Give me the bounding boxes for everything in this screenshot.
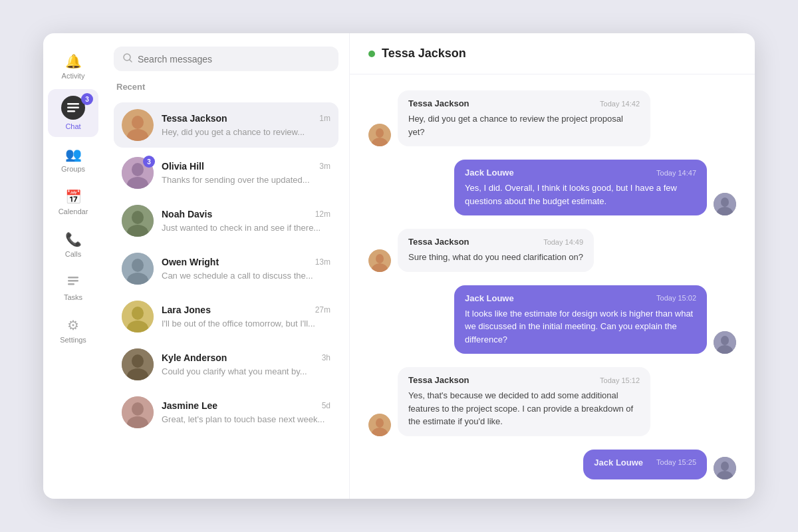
svg-rect-3 bbox=[68, 280, 78, 282]
search-input[interactable] bbox=[138, 54, 329, 65]
sidebar-item-tasks[interactable]: Tasks bbox=[48, 267, 98, 308]
message-bubble-m3: Tessa Jackson Today 14:49 Sure thing, wh… bbox=[398, 229, 594, 272]
bubble-text-m5: Yes, that's because we decided to add so… bbox=[408, 390, 633, 426]
svg-point-45 bbox=[721, 462, 729, 471]
bubble-header-m2: Jack Louwe Today 14:47 bbox=[465, 168, 696, 178]
contact-time-olivia: 3m bbox=[319, 162, 331, 171]
contact-preview-kyle: Could you clarify what you meant by... bbox=[162, 366, 307, 376]
contact-item-lara[interactable]: Lara Jones 27m I'll be out of the office… bbox=[114, 294, 338, 339]
section-label-recent: Recent bbox=[114, 82, 338, 92]
avatar-wrapper-lara bbox=[122, 301, 154, 332]
svg-point-30 bbox=[376, 128, 384, 138]
chat-panel: Tessa Jackson Tessa Jackson Today 14:42 … bbox=[349, 33, 755, 499]
avatar-wrapper-owen bbox=[122, 253, 154, 285]
sidebar-item-calls[interactable]: 📞 Calls bbox=[48, 225, 98, 265]
contact-name-tessa: Tessa Jackson bbox=[162, 113, 227, 124]
contact-name-row-tessa: Tessa Jackson 1m bbox=[162, 113, 331, 124]
avatar-wrapper-noah bbox=[122, 205, 154, 237]
bubble-text-m2: Yes, I did. Overall, I think it looks go… bbox=[465, 183, 677, 206]
sidebar-item-chat[interactable]: 3 Chat bbox=[48, 89, 98, 137]
message-bubble-m1: Tessa Jackson Today 14:42 Hey, did you g… bbox=[398, 90, 650, 146]
sidebar-item-groups[interactable]: 👥 Groups bbox=[48, 140, 98, 180]
msg-avatar-jack-m4 bbox=[714, 331, 736, 354]
contact-name-row-owen: Owen Wright 13m bbox=[162, 257, 331, 267]
contact-item-tessa[interactable]: Tessa Jackson 1m Hey, did you get a chan… bbox=[114, 102, 338, 148]
contact-name-kyle: Kyle Anderson bbox=[162, 352, 227, 363]
contact-list: Tessa Jackson 1m Hey, did you get a chan… bbox=[114, 102, 338, 435]
contact-badge-olivia: 3 bbox=[143, 156, 155, 168]
search-box[interactable] bbox=[114, 47, 338, 71]
contact-item-noah[interactable]: Noah Davis 12m Just wanted to check in a… bbox=[114, 198, 338, 243]
contact-item-kyle[interactable]: Kyle Anderson 3h Could you clarify what … bbox=[114, 342, 338, 387]
contact-item-olivia[interactable]: 3 Olivia Hill 3m Thanks for sending over… bbox=[114, 150, 338, 196]
message-row-m2: Jack Louwe Today 14:47 Yes, I did. Overa… bbox=[368, 160, 736, 215]
sidebar-label-settings: Settings bbox=[60, 336, 86, 344]
contact-preview-noah: Just wanted to check in and see if there… bbox=[162, 223, 321, 233]
message-bubble-m6: Jack Louwe Today 15:25 bbox=[583, 450, 707, 479]
bubble-header-m6: Jack Louwe Today 15:25 bbox=[594, 458, 696, 467]
contact-info-noah: Noah Davis 12m Just wanted to check in a… bbox=[162, 209, 331, 233]
contact-name-row-olivia: Olivia Hill 3m bbox=[162, 161, 331, 172]
contact-item-owen[interactable]: Owen Wright 13m Can we schedule a call t… bbox=[114, 246, 338, 291]
bubble-time-m5: Today 15:12 bbox=[600, 376, 640, 384]
contact-time-jasmine: 5d bbox=[322, 401, 331, 410]
contact-name-row-lara: Lara Jones 27m bbox=[162, 305, 331, 315]
avatar-wrapper-tessa bbox=[122, 109, 154, 141]
contact-time-lara: 27m bbox=[315, 305, 331, 315]
svg-point-42 bbox=[376, 418, 384, 428]
message-row-m4: Jack Louwe Today 15:02 It looks like the… bbox=[368, 285, 736, 354]
msg-avatar-jack-m6 bbox=[714, 457, 736, 479]
bubble-sender-m4: Jack Louwe bbox=[465, 293, 514, 303]
sidebar-label-tasks: Tasks bbox=[64, 293, 82, 301]
groups-icon: 👥 bbox=[65, 146, 82, 162]
svg-rect-5 bbox=[68, 283, 74, 285]
contact-info-lara: Lara Jones 27m I'll be out of the office… bbox=[162, 305, 331, 329]
contact-info-olivia: Olivia Hill 3m Thanks for sending over t… bbox=[162, 161, 331, 186]
contact-time-tessa: 1m bbox=[319, 114, 331, 123]
avatar-kyle bbox=[122, 348, 154, 380]
avatar-owen bbox=[122, 253, 154, 285]
contact-name-row-jasmine: Jasmine Lee 5d bbox=[162, 400, 331, 411]
sidebar-label-groups: Groups bbox=[61, 165, 85, 173]
contact-preview-jasmine: Great, let's plan to touch base next wee… bbox=[162, 414, 325, 424]
sidebar-item-activity[interactable]: 🔔 Activity bbox=[48, 47, 98, 86]
avatar-wrapper-olivia: 3 bbox=[122, 157, 154, 189]
bubble-sender-m5: Tessa Jackson bbox=[408, 375, 469, 385]
svg-point-27 bbox=[132, 402, 144, 416]
msg-avatar-tessa-m3 bbox=[368, 249, 391, 272]
bubble-header-m5: Tessa Jackson Today 15:12 bbox=[408, 375, 640, 385]
bubble-sender-m2: Jack Louwe bbox=[465, 168, 514, 178]
svg-point-12 bbox=[132, 163, 144, 176]
settings-icon: ⚙ bbox=[67, 317, 79, 333]
contact-info-jasmine: Jasmine Lee 5d Great, let's plan to touc… bbox=[162, 400, 331, 425]
calendar-icon: 📅 bbox=[65, 189, 82, 205]
sidebar-item-settings[interactable]: ⚙ Settings bbox=[48, 311, 98, 350]
contact-item-jasmine[interactable]: Jasmine Lee 5d Great, let's plan to touc… bbox=[114, 390, 338, 435]
app-container: 🔔 Activity 3 Chat 👥 Groups 📅 Calendar bbox=[43, 33, 755, 499]
message-bubble-m4: Jack Louwe Today 15:02 It looks like the… bbox=[454, 285, 707, 354]
svg-point-36 bbox=[376, 254, 384, 263]
bubble-time-m4: Today 15:02 bbox=[656, 294, 696, 302]
contact-preview-lara: I'll be out of the office tomorrow, but … bbox=[162, 319, 315, 329]
contact-preview-olivia: Thanks for sending over the updated... bbox=[162, 175, 310, 185]
svg-line-7 bbox=[130, 60, 132, 62]
calls-icon: 📞 bbox=[65, 231, 82, 247]
svg-point-9 bbox=[132, 116, 144, 129]
bubble-header-m3: Tessa Jackson Today 14:49 bbox=[408, 237, 583, 247]
bubble-text-m1: Hey, did you get a chance to review the … bbox=[408, 114, 623, 137]
bubble-text-m3: Sure thing, what do you need clarificati… bbox=[408, 252, 583, 262]
sidebar-item-calendar[interactable]: 📅 Calendar bbox=[48, 182, 98, 222]
avatar-tessa bbox=[122, 109, 154, 141]
message-bubble-m2: Jack Louwe Today 14:47 Yes, I did. Overa… bbox=[454, 160, 707, 215]
sidebar-label-calls: Calls bbox=[65, 250, 81, 258]
svg-point-21 bbox=[132, 307, 144, 320]
contact-name-olivia: Olivia Hill bbox=[162, 161, 204, 172]
sidebar-label-calendar: Calendar bbox=[59, 207, 88, 215]
contact-name-row-kyle: Kyle Anderson 3h bbox=[162, 352, 331, 363]
chat-badge: 3 bbox=[81, 93, 93, 105]
search-icon bbox=[123, 53, 132, 65]
bubble-sender-m6: Jack Louwe bbox=[594, 458, 643, 467]
bubble-header-m1: Tessa Jackson Today 14:42 bbox=[408, 98, 640, 108]
svg-rect-1 bbox=[67, 107, 79, 109]
contact-preview-owen: Can we schedule a call to discuss the... bbox=[162, 271, 313, 281]
